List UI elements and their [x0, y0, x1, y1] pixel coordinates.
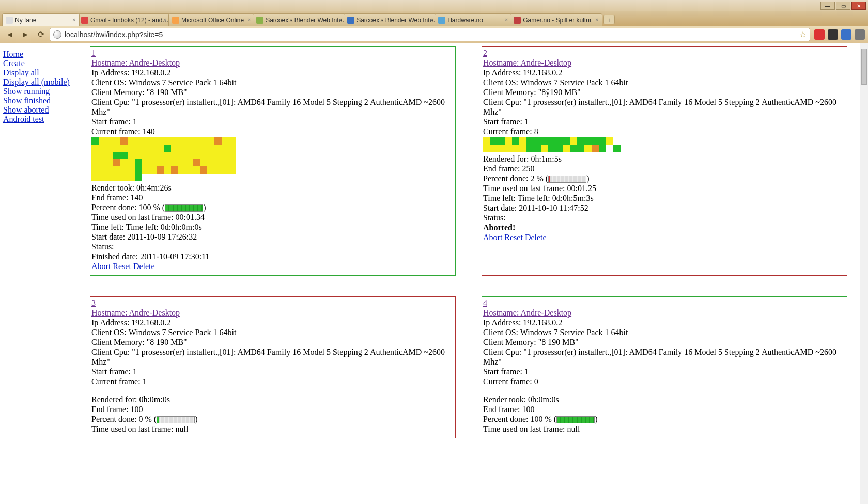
- job-start-frame: Start frame: 1: [91, 367, 454, 376]
- close-tab-icon[interactable]: ×: [162, 17, 168, 23]
- frame-cell: [135, 152, 142, 159]
- frame-cell: [99, 174, 106, 181]
- frame-cell: [229, 159, 236, 166]
- browser-tab[interactable]: Gmail - Innboks (12) - and…×: [78, 13, 171, 26]
- frame-cell: [519, 137, 526, 145]
- nav-link[interactable]: Show running: [3, 87, 50, 96]
- job-current-frame: Current frame: 140: [91, 127, 454, 136]
- frame-cell: [548, 137, 555, 145]
- nav-link[interactable]: Show aborted: [3, 105, 49, 114]
- frame-cell: [505, 137, 512, 145]
- nav-link[interactable]: Display all: [3, 68, 39, 77]
- job-end-frame: End frame: 100: [483, 404, 846, 414]
- close-tab-icon[interactable]: ×: [428, 17, 434, 23]
- frame-cell: [178, 159, 185, 166]
- close-tab-icon[interactable]: ×: [503, 17, 509, 23]
- frame-cell: [584, 137, 592, 145]
- frame-cell: [185, 137, 193, 145]
- frame-cell: [541, 137, 548, 145]
- frame-cell: [171, 159, 178, 166]
- frame-cell: [142, 174, 149, 181]
- job-id-link[interactable]: 1: [91, 49, 96, 57]
- job-action-link[interactable]: Reset: [113, 262, 131, 271]
- extension-icon[interactable]: [814, 29, 825, 40]
- bookmark-star-icon[interactable]: ☆: [799, 29, 807, 39]
- vertical-scrollbar[interactable]: [860, 43, 868, 504]
- frame-cell: [157, 166, 164, 174]
- frame-cell: [214, 152, 222, 159]
- frame-cell: [584, 145, 592, 152]
- nav-link[interactable]: Show finished: [3, 96, 51, 105]
- frame-cell: [128, 174, 135, 181]
- job-current-frame: Current frame: 8: [483, 127, 846, 136]
- tab-title: Microsoft Office Online: [181, 17, 244, 24]
- close-tab-icon[interactable]: ×: [71, 17, 77, 23]
- frame-cell: [193, 166, 200, 174]
- job-action-link[interactable]: Delete: [133, 262, 155, 271]
- extension-icon[interactable]: [828, 29, 838, 40]
- frame-cell: [490, 137, 498, 145]
- job-id-link[interactable]: 3: [91, 298, 96, 307]
- browser-tab[interactable]: Microsoft Office Online×: [168, 13, 255, 26]
- nav-link[interactable]: Display all (mobile): [3, 77, 70, 86]
- job-action-link[interactable]: Reset: [504, 233, 523, 242]
- frame-cell: [99, 166, 106, 174]
- browser-tab[interactable]: Gamer.no - Spill er kultur×: [510, 13, 602, 26]
- favicon-icon: [172, 17, 179, 24]
- frame-cell: [563, 145, 570, 152]
- frame-cell: [222, 152, 229, 159]
- frame-cell: [229, 145, 236, 152]
- job-id-link[interactable]: 4: [483, 298, 487, 307]
- frame-cell: [142, 159, 149, 166]
- job-hostname-link[interactable]: Hostname: Andre-Desktop: [91, 58, 180, 67]
- job-hostname-link[interactable]: Hostname: Andre-Desktop: [483, 58, 571, 67]
- browser-tab[interactable]: Ny fane×: [2, 13, 80, 26]
- close-tab-icon[interactable]: ×: [246, 17, 252, 23]
- frame-cell: [106, 152, 113, 159]
- frame-cell: [577, 137, 584, 145]
- back-button[interactable]: ◄: [3, 28, 17, 41]
- frame-cell: [91, 137, 99, 145]
- frame-cell: [185, 166, 193, 174]
- nav-link[interactable]: Create: [3, 59, 25, 68]
- new-tab-button[interactable]: +: [603, 15, 615, 24]
- window-maximize-button[interactable]: ▭: [836, 2, 850, 10]
- window-close-button[interactable]: ✕: [851, 2, 866, 10]
- job-hostname-link[interactable]: Hostname: Andre-Desktop: [483, 308, 571, 317]
- close-tab-icon[interactable]: ×: [337, 17, 343, 23]
- job-action-link[interactable]: Delete: [525, 233, 547, 242]
- job-last-frame-time: Time used on last frame: null: [483, 424, 846, 434]
- window-minimize-button[interactable]: —: [820, 2, 835, 10]
- frame-cell: [505, 145, 512, 152]
- frame-cell: [149, 152, 157, 159]
- browser-tab[interactable]: Sarcoex's Blender Web Inte…×: [253, 13, 346, 26]
- job-hostname-link[interactable]: Hostname: Andre-Desktop: [91, 308, 180, 317]
- frame-cell: [541, 145, 548, 152]
- job-end-frame: End frame: 100: [91, 404, 454, 414]
- job-id-link[interactable]: 2: [483, 49, 487, 57]
- job-extra: Aborted!: [483, 223, 846, 232]
- nav-link[interactable]: Home: [3, 50, 23, 58]
- job-cpu: Client Cpu: "1 prosessor(er) installert.…: [91, 347, 454, 367]
- frame-grid: [483, 137, 628, 152]
- browser-tab[interactable]: Hardware.no×: [435, 13, 512, 26]
- extension-icon[interactable]: [841, 29, 851, 40]
- wrench-menu-icon[interactable]: [855, 29, 865, 40]
- scrollbar-thumb[interactable]: [861, 49, 867, 85]
- url-input[interactable]: localhost/bwi/index.php?site=5 ☆: [50, 28, 810, 41]
- frame-cell: [164, 137, 171, 145]
- nav-link[interactable]: Android test: [3, 115, 44, 123]
- close-tab-icon[interactable]: ×: [594, 17, 600, 23]
- job-action-link[interactable]: Abort: [91, 262, 111, 271]
- frame-cell: [120, 166, 128, 174]
- reload-button[interactable]: ⟳: [34, 28, 48, 41]
- tab-title: Ny fane: [15, 17, 36, 24]
- forward-button[interactable]: ►: [19, 28, 32, 41]
- frame-cell: [135, 137, 142, 145]
- frame-cell: [106, 159, 113, 166]
- job-action-link[interactable]: Abort: [483, 233, 502, 242]
- frame-cell: [200, 166, 207, 174]
- browser-tab[interactable]: Sarcoex's Blender Web Inte…×: [344, 13, 437, 26]
- frame-cell: [200, 159, 207, 166]
- frame-cell: [157, 152, 164, 159]
